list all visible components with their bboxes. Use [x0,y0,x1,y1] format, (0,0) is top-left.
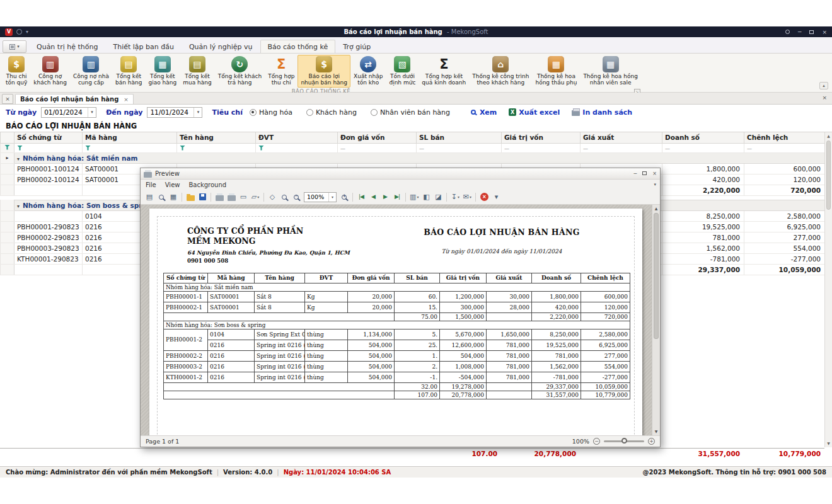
page-setup-icon[interactable]: ▭ [238,192,249,203]
grid-scrollbar[interactable]: ▲ ▼ [824,132,832,447]
ribbon-tab-trợ-giúp[interactable]: Trợ giúp [335,40,378,53]
grid-column-header-doanh-số[interactable]: Doanh số [662,132,744,143]
print-icon[interactable] [214,192,225,203]
open-icon[interactable] [185,192,196,203]
grid-cell[interactable]: PBH00002-290823 [14,232,83,243]
grid-filter-cell[interactable] [256,143,338,152]
zoom-out-icon[interactable]: − [291,192,302,203]
quick-print-icon[interactable] [226,192,237,203]
app-menu-button[interactable]: ▾ [3,40,26,53]
close-all-tabs-button[interactable]: × [2,94,13,104]
scroll-up-icon[interactable]: ▲ [652,205,660,212]
zoom-slider-thumb[interactable] [621,438,627,444]
prev-page-icon[interactable]: ◀ [367,192,379,203]
first-page-icon[interactable]: |◀ [355,192,367,203]
page-color-icon[interactable]: ◧ [420,192,432,203]
ribbon-button-tong-ket-mua-hang[interactable]: ▤Tổng kếtmua hàng [180,55,214,88]
grid-cell[interactable]: -277,000 [744,253,825,264]
preview-maximize-button[interactable] [642,171,647,176]
ribbon-tab-quản-lý-nghiệp-vụ[interactable]: Quản lý nghiệp vụ [182,40,260,53]
ribbon-button-thong-ke-hoa-hong-sale[interactable]: ▦Thống kê hoa hồngnhân viên sale [580,55,641,88]
grid-cell[interactable]: PBH00001-290823 [14,221,83,232]
zoom-slider[interactable] [604,440,644,442]
tab-close-icon[interactable]: × [124,96,129,103]
ribbon-collapse-icon[interactable]: ▴ [819,82,828,89]
to-date-input[interactable]: 11/01/2024 ▾ [147,107,202,118]
grid-cell[interactable]: 120,000 [744,174,825,185]
ribbon-button-tong-ket-ban-hang[interactable]: ▤Tổng kếtbán hàng [112,55,145,88]
restore-button[interactable] [809,29,814,35]
ribbon-button-bao-cao-loi-nhuan-ban-hang[interactable]: $Báo cáo lợinhuận bán hàng [298,55,350,88]
scrollbar-thumb[interactable] [654,213,659,339]
close-button[interactable]: × [822,29,827,35]
grid-cell[interactable]: PBH00002-100124 [14,174,83,185]
from-date-input[interactable]: 01/01/2024 ▾ [41,107,96,118]
grid-column-header-chênh-lệch[interactable]: Chênh lệch [744,132,825,143]
app-logo-icon[interactable]: V [5,28,13,36]
grid-column-header-giá-trị-vốn[interactable]: Giá trị vốn [502,132,581,143]
radio-hàng-hóa[interactable]: Hàng hóa [250,108,292,117]
group-collapse-icon[interactable]: ▾ [17,156,20,162]
grid-filter-cell[interactable] [83,143,177,152]
export-excel-button[interactable]: X Xuất excel [509,108,560,117]
ribbon-button-thu-chi-ton-quy[interactable]: $Thu chitồn quỹ [3,55,30,88]
preview-menu-file[interactable]: File [146,181,156,188]
grid-filter-cell[interactable] [14,143,83,152]
grid-filter-cell[interactable]: — [338,143,417,152]
watermark-icon[interactable]: ◪ [432,192,444,203]
grid-cell[interactable]: 600,000 [744,163,825,174]
grid-cell[interactable]: 277,000 [744,232,825,243]
print-list-button[interactable]: In danh sách [572,108,632,117]
save-icon[interactable] [197,192,208,203]
ribbon-button-thong-ke-hoa-hong-thau-phu[interactable]: ▦Thống kê hoahồng thầu phụ [532,55,580,88]
ribbon-button-thong-ke-cong-trinh[interactable]: ⌂Thống kê công trìnhtheo khách hàng [469,55,532,88]
grid-cell[interactable]: 781,000 [662,232,744,243]
close-preview-icon[interactable]: × [478,192,490,203]
preview-canvas[interactable]: CÔNG TY CỔ PHẦN PHẦN MỀM MEKONG 64 Nguyễ… [141,205,660,435]
ribbon-button-tong-hop-ket-qua-kinh-doanh[interactable]: ΣTổng hợp kếtquả kinh doanh [419,55,469,88]
ribbon-button-ton-duoi-dinh-muc[interactable]: ▧Tồn dướiđịnh mức [386,55,419,88]
preview-minimize-button[interactable]: ─ [633,171,637,176]
pin-window-icon[interactable] [785,29,790,35]
radio-khách-hàng[interactable]: Khách hàng [306,108,357,117]
grid-cell[interactable]: 420,000 [662,174,744,185]
document-map-icon[interactable]: ▤ [144,192,155,203]
grid-column-header-tên-hàng[interactable]: Tên hàng [177,132,256,143]
tab-bao-cao-loi-nhuan[interactable]: Báo cáo lợi nhuận bán hàng × [15,94,134,104]
grid-filter-cell[interactable]: — [502,143,581,152]
grid-column-header-đơn-giá-vốn[interactable]: Đơn giá vốn [338,132,417,143]
quick-access-caret-icon[interactable]: ▾ [26,29,28,35]
grid-column-header-số-chứng-từ[interactable]: Số chứng từ [14,132,83,143]
grid-column-header-sl-bán[interactable]: SL bán [417,132,502,143]
magnifier-icon[interactable] [279,192,290,203]
scroll-down-icon[interactable]: ▼ [825,440,832,447]
preview-zoom-combo[interactable]: 100%▾ [304,192,337,202]
grid-cell[interactable]: KTH00001-290823 [14,253,83,264]
preview-scrollbar[interactable]: ▲ ▼ [652,205,660,435]
grid-cell[interactable]: 2,580,000 [744,210,825,221]
zoom-in-button[interactable]: + [648,438,655,445]
search-icon[interactable] [156,192,167,203]
last-page-icon[interactable]: ▶| [391,192,403,203]
grid-cell[interactable]: 554,000 [744,243,825,253]
preview-menu-background[interactable]: Background [188,181,226,188]
zoom-out-button[interactable]: − [593,438,600,445]
grid-cell[interactable]: 1,562,000 [662,243,744,253]
zoom-in-icon[interactable]: + [338,192,350,203]
ribbon-button-cong-no-khach-hang[interactable]: ▥Công nợkhách hàng [30,55,70,88]
preview-close-button[interactable]: × [652,171,657,176]
ribbon-button-xuat-nhap-ton-kho[interactable]: ⇄Xuất nhậptồn kho [350,55,386,88]
grid-cell[interactable]: 1,800,000 [662,163,744,174]
ribbon-button-tong-hop-thu-chi[interactable]: ΣTổng hợpthu chi [265,55,298,88]
grid-cell[interactable]: 19,525,000 [662,221,744,232]
scale-icon[interactable]: ▱▾ [250,192,261,203]
group-collapse-icon[interactable]: ▾ [17,203,20,209]
ribbon-button-cong-no-nha-cung-cap[interactable]: ▥Công nợ nhàcung cấp [70,55,112,88]
grid-cell[interactable]: -781,000 [662,253,744,264]
chevron-down-icon[interactable]: ▾ [88,108,96,117]
toolbar-overflow-icon[interactable]: ▾ [490,192,502,203]
grid-filter-cell[interactable] [177,143,256,152]
preview-titlebar[interactable]: Preview ─ × [141,168,660,180]
preview-menu-view[interactable]: View [165,181,180,188]
ribbon-tab-báo-cáo-thống-kê[interactable]: Báo cáo thống kê [260,40,336,53]
